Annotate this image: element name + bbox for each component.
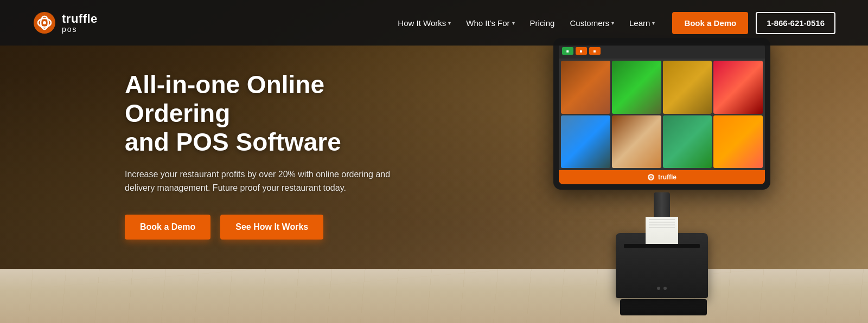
hero-headline: All-in-one Online Ordering and POS Softw… <box>125 70 396 157</box>
pos-food-item-5 <box>561 115 610 169</box>
nav-how-it-works[interactable]: How It Works ▾ <box>391 14 457 32</box>
chevron-down-icon: ▾ <box>512 20 515 26</box>
navigation: truffle pos How It Works ▾ Who It's For … <box>0 0 868 46</box>
printer-dot-2 <box>663 287 667 290</box>
nav-customers[interactable]: Customers ▾ <box>563 14 621 32</box>
pos-tablet: ■ ■ ■ <box>553 38 770 190</box>
svg-point-4 <box>648 174 654 180</box>
chevron-down-icon: ▾ <box>611 20 614 26</box>
pos-food-item-1 <box>561 61 610 114</box>
pos-food-item-7 <box>663 115 712 169</box>
pos-screen: ■ ■ ■ <box>559 43 765 184</box>
logo-link[interactable]: truffle pos <box>33 11 98 35</box>
hero-buttons: Book a Demo See How It Works <box>125 215 396 240</box>
nav-who-its-for[interactable]: Who It's For ▾ <box>459 14 521 32</box>
printer-paper <box>646 217 678 247</box>
pos-screen-footer: truffle <box>559 170 765 184</box>
printer-base <box>620 299 707 315</box>
pos-food-item-8 <box>713 115 763 169</box>
truffle-logo-icon <box>33 11 56 35</box>
hero-section: truffle pos How It Works ▾ Who It's For … <box>0 0 868 323</box>
svg-point-3 <box>43 21 46 24</box>
hero-subtext: Increase your restaurant profits by over… <box>125 167 396 195</box>
pos-food-item-2 <box>612 61 661 114</box>
hero-content: All-in-one Online Ordering and POS Softw… <box>125 70 396 240</box>
hero-book-demo-button[interactable]: Book a Demo <box>125 215 210 240</box>
logo-pos: pos <box>62 25 98 33</box>
logo-text: truffle pos <box>62 13 98 33</box>
pos-device: ■ ■ ■ <box>553 38 781 309</box>
nav-learn[interactable]: Learn ▾ <box>623 14 661 32</box>
truffle-small-icon <box>647 173 655 181</box>
nav-phone-button[interactable]: 1-866-621-0516 <box>756 12 835 34</box>
printer-body <box>616 233 708 298</box>
nav-pricing[interactable]: Pricing <box>524 14 561 32</box>
hero-see-how-it-works-button[interactable]: See How It Works <box>220 215 323 240</box>
nav-links: How It Works ▾ Who It's For ▾ Pricing Cu… <box>391 14 661 32</box>
nav-book-demo-button[interactable]: Book a Demo <box>672 12 748 34</box>
printer-slot <box>624 244 700 248</box>
pos-screen-btn2: ■ <box>589 47 601 55</box>
pos-truffle-label: truffle <box>647 173 676 181</box>
pos-screen-header: ■ ■ ■ <box>559 43 765 59</box>
printer-dot-1 <box>657 287 660 290</box>
pos-screen-btn-green: ■ <box>562 47 573 55</box>
pos-screen-btn-orange: ■ <box>576 47 587 55</box>
pos-screen-body <box>559 59 765 170</box>
pos-food-item-4 <box>713 61 763 114</box>
pos-food-item-3 <box>663 61 712 114</box>
chevron-down-icon: ▾ <box>448 20 451 26</box>
pos-printer <box>616 233 711 314</box>
chevron-down-icon: ▾ <box>652 20 655 26</box>
logo-truffle: truffle <box>62 13 98 25</box>
printer-dots <box>657 287 667 290</box>
pos-food-item-6 <box>612 115 661 169</box>
